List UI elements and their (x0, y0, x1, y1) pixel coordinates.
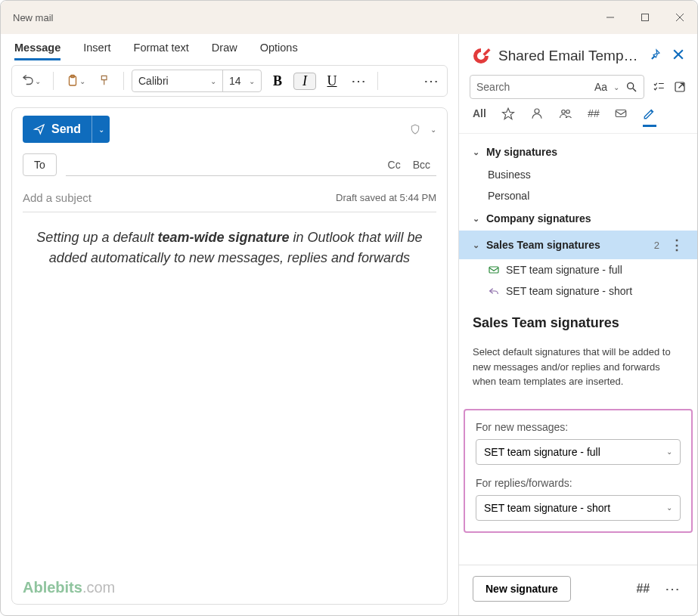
tab-options[interactable]: Options (260, 42, 298, 60)
item-personal[interactable]: Personal (459, 185, 697, 206)
chevron-down-icon[interactable]: ⌄ (430, 125, 436, 134)
font-name: Calibri (138, 75, 169, 87)
filter-person[interactable] (530, 107, 544, 127)
maximize-button[interactable] (628, 1, 662, 34)
pin-button[interactable] (646, 45, 664, 67)
addon-logo-icon (470, 45, 492, 67)
panel-title: Shared Email Temp… (498, 48, 640, 64)
details-section: Sales Team signatures Select default sig… (459, 302, 697, 409)
to-button[interactable]: To (23, 153, 57, 176)
new-signature-button[interactable]: New signature (473, 576, 571, 602)
popout-icon[interactable] (673, 80, 687, 94)
chevron-down-icon: ⌄ (473, 147, 482, 157)
mail-icon (488, 264, 500, 276)
toolbar-overflow-button[interactable]: ⋯ (420, 72, 442, 90)
shield-icon[interactable] (409, 123, 421, 135)
tab-format-text[interactable]: Format text (134, 42, 189, 60)
chevron-down-icon: ⌄ (473, 240, 482, 250)
close-window-button[interactable] (662, 1, 697, 34)
svg-point-8 (628, 83, 634, 89)
underline-button[interactable]: U (321, 73, 343, 89)
label-for-new: For new messages: (476, 421, 681, 433)
item-set-full[interactable]: SET team signature - full (459, 259, 697, 280)
svg-rect-18 (489, 267, 498, 273)
reply-icon (488, 285, 500, 297)
close-panel-button[interactable] (670, 45, 687, 67)
font-size: 14 (229, 75, 241, 87)
more-actions-button[interactable]: ⋮ (670, 237, 684, 253)
filter-mail[interactable] (614, 107, 628, 127)
defaults-box: For new messages: SET team signature - f… (464, 409, 693, 533)
filter-hash[interactable]: ## (588, 107, 600, 126)
details-title: Sales Team signatures (473, 315, 684, 331)
svg-point-15 (562, 110, 566, 114)
footer-more-button[interactable]: ⋯ (662, 580, 684, 598)
message-body[interactable]: Setting up a default team-wide signature… (23, 228, 436, 268)
item-business[interactable]: Business (459, 164, 697, 185)
tab-insert[interactable]: Insert (83, 42, 110, 60)
filter-row: All ## (459, 107, 697, 134)
filter-all[interactable]: All (473, 107, 486, 126)
window-title: New mail (1, 12, 53, 23)
undo-button[interactable]: ⌄ (17, 71, 45, 91)
group-sales-signatures[interactable]: ⌄ Sales Team signatures 2 ⋮ (459, 231, 697, 259)
tab-message[interactable]: Message (14, 42, 60, 60)
chevron-down-icon[interactable]: ⌄ (613, 83, 619, 91)
send-icon (33, 123, 45, 135)
chevron-down-icon: ⌄ (473, 214, 482, 224)
svg-rect-1 (642, 14, 649, 21)
format-painter-button[interactable] (95, 71, 116, 91)
group-company-signatures[interactable]: ⌄ Company signatures (459, 206, 697, 231)
filter-favorites[interactable] (501, 107, 515, 127)
bcc-button[interactable]: Bcc (413, 159, 430, 171)
search-icon[interactable] (625, 81, 638, 93)
select-reply-signature[interactable]: SET team signature - short ⌄ (476, 495, 681, 521)
select-new-signature[interactable]: SET team signature - full ⌄ (476, 439, 681, 465)
cc-button[interactable]: Cc (388, 159, 401, 171)
chevron-down-icon: ⌄ (666, 447, 672, 456)
item-count-badge: 2 (654, 240, 659, 251)
details-description: Select default signatures that will be a… (473, 345, 684, 389)
bold-button[interactable]: B (266, 73, 289, 89)
checklist-icon[interactable] (652, 80, 665, 94)
group-my-signatures[interactable]: ⌄ My signatures (459, 140, 697, 164)
formatting-toolbar: ⌄ ⌄ Calibri⌄ 14⌄ B I U ⋯ ⋯ (11, 65, 448, 97)
svg-line-9 (633, 88, 636, 91)
paste-button[interactable]: ⌄ (61, 71, 90, 91)
label-for-replies: For replies/forwards: (476, 477, 681, 489)
filter-team[interactable] (559, 107, 572, 127)
chevron-down-icon: ⌄ (666, 503, 672, 512)
item-set-short[interactable]: SET team signature - short (459, 280, 697, 302)
svg-rect-17 (616, 110, 627, 117)
tab-draw[interactable]: Draw (212, 42, 237, 60)
svg-point-16 (566, 110, 570, 114)
italic-button[interactable]: I (293, 73, 316, 90)
svg-marker-13 (502, 108, 513, 119)
filter-signatures[interactable] (643, 107, 656, 127)
subject-row[interactable]: Add a subject Draft saved at 5:44 PM (23, 181, 436, 212)
send-button[interactable]: Send ⌄ (23, 116, 110, 143)
message-composer: Send ⌄ ⌄ To Cc Bcc Add a subject (11, 107, 448, 605)
match-case-toggle[interactable]: Aa (594, 81, 607, 93)
minimize-button[interactable] (593, 1, 628, 34)
hash-button[interactable]: ## (636, 582, 650, 596)
templates-panel: Shared Email Temp… Search Aa ⌄ All (458, 34, 697, 615)
signatures-tree: ⌄ My signatures Business Personal ⌄ Comp… (459, 134, 697, 302)
panel-footer: New signature ## ⋯ (459, 565, 697, 612)
send-dropdown[interactable]: ⌄ (92, 116, 110, 143)
search-input[interactable]: Search Aa ⌄ (470, 75, 644, 99)
draft-status: Draft saved at 5:44 PM (336, 192, 436, 203)
subject-placeholder: Add a subject (23, 191, 92, 204)
svg-point-14 (535, 109, 539, 113)
watermark: Ablebits.com (23, 579, 115, 596)
chevron-down-icon: ⌄ (210, 77, 216, 85)
chevron-down-icon: ⌄ (249, 77, 255, 85)
window-titlebar: New mail (1, 1, 697, 34)
to-field[interactable]: Cc Bcc (66, 153, 436, 176)
font-selector[interactable]: Calibri⌄ 14⌄ (132, 70, 262, 92)
ribbon-tabs: Message Insert Format text Draw Options (11, 42, 448, 60)
more-formatting-button[interactable]: ⋯ (348, 72, 370, 90)
